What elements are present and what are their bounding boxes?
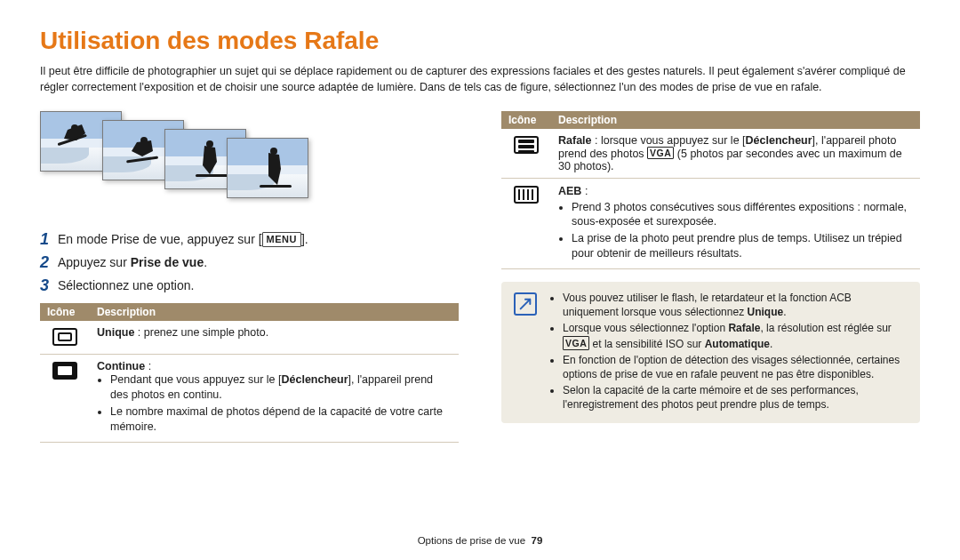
right-column: Icône Description Rafale : lorsque vous … <box>501 111 920 443</box>
step-number: 1 <box>40 231 58 249</box>
list-item: Selon la capacité de la carte mémoire et… <box>563 383 908 412</box>
svg-rect-5 <box>196 174 228 177</box>
step-number: 3 <box>40 277 58 295</box>
desc-cell: AEB : Prend 3 photos consécutives sous d… <box>551 179 920 269</box>
step-2: 2 Appuyez sur Prise de vue. <box>40 254 459 272</box>
icon-cell <box>501 179 551 269</box>
burst-shot-icon <box>514 136 539 154</box>
desc-cell: Rafale : lorsque vous appuyez sur le [Dé… <box>551 129 920 179</box>
vga-badge: VGA <box>647 147 674 159</box>
table-row: Unique : prenez une simple photo. <box>40 321 459 355</box>
step-text: En mode Prise de vue, appuyez sur [MENU]… <box>58 231 459 249</box>
right-icon-table: Icône Description Rafale : lorsque vous … <box>501 111 920 269</box>
step-text: Sélectionnez une option. <box>58 277 459 295</box>
thumbnail-4 <box>227 138 308 198</box>
table-row: Rafale : lorsque vous appuyez sur le [Dé… <box>501 129 920 179</box>
table-header-desc: Description <box>90 303 459 321</box>
single-shot-icon <box>52 328 77 346</box>
list-item: En fonction de l'option de détection des… <box>563 353 908 381</box>
table-header-desc: Description <box>551 111 920 129</box>
page-number: 79 <box>532 535 543 546</box>
desc-cell: Unique : prenez une simple photo. <box>90 321 459 355</box>
continuous-shot-icon <box>52 362 77 380</box>
table-row: Continue : Pendant que vous appuyez sur … <box>40 355 459 443</box>
note-info-icon <box>514 292 537 316</box>
step-number: 2 <box>40 254 58 272</box>
step-3: 3 Sélectionnez une option. <box>40 277 459 295</box>
icon-cell <box>501 129 551 179</box>
list-item: Pendant que vous appuyez sur le [Déclenc… <box>110 372 452 403</box>
document-page: Utilisation des modes Rafale Il peut êtr… <box>0 0 960 560</box>
thumbnail-strip <box>40 111 459 213</box>
menu-button-label: MENU <box>262 232 301 247</box>
step-text: Appuyez sur Prise de vue. <box>58 254 459 272</box>
list-item: Prend 3 photos consécutives sous différe… <box>572 200 913 230</box>
left-column: 1 En mode Prise de vue, appuyez sur [MEN… <box>40 111 459 443</box>
list-item: La prise de la photo peut prendre plus d… <box>572 231 913 261</box>
desc-cell: Continue : Pendant que vous appuyez sur … <box>90 355 459 443</box>
steps-list: 1 En mode Prise de vue, appuyez sur [MEN… <box>40 231 459 294</box>
table-header-icon: Icône <box>501 111 551 129</box>
page-title: Utilisation des modes Rafale <box>40 27 920 55</box>
aeb-shot-icon <box>514 186 539 204</box>
svg-rect-7 <box>260 185 292 188</box>
note-box: Vous pouvez utiliser le flash, le retard… <box>501 282 920 423</box>
svg-rect-3 <box>126 156 158 164</box>
left-icon-table: Icône Description Unique : prenez une si… <box>40 303 459 443</box>
vga-badge: VGA <box>563 336 589 350</box>
footer-label: Options de prise de vue <box>418 535 525 546</box>
intro-text: Il peut être difficile de photographier … <box>40 64 920 95</box>
list-item: Vous pouvez utiliser le flash, le retard… <box>563 291 908 319</box>
table-header-icon: Icône <box>40 303 90 321</box>
icon-cell <box>40 355 90 443</box>
list-item: Lorsque vous sélectionnez l'option Rafal… <box>563 321 908 350</box>
table-row: AEB : Prend 3 photos consécutives sous d… <box>501 179 920 269</box>
two-column-layout: 1 En mode Prise de vue, appuyez sur [MEN… <box>40 111 920 443</box>
icon-cell <box>40 321 90 355</box>
page-footer: Options de prise de vue 79 <box>0 535 960 546</box>
list-item: Le nombre maximal de photos dépend de la… <box>110 404 452 435</box>
step-1: 1 En mode Prise de vue, appuyez sur [MEN… <box>40 231 459 249</box>
